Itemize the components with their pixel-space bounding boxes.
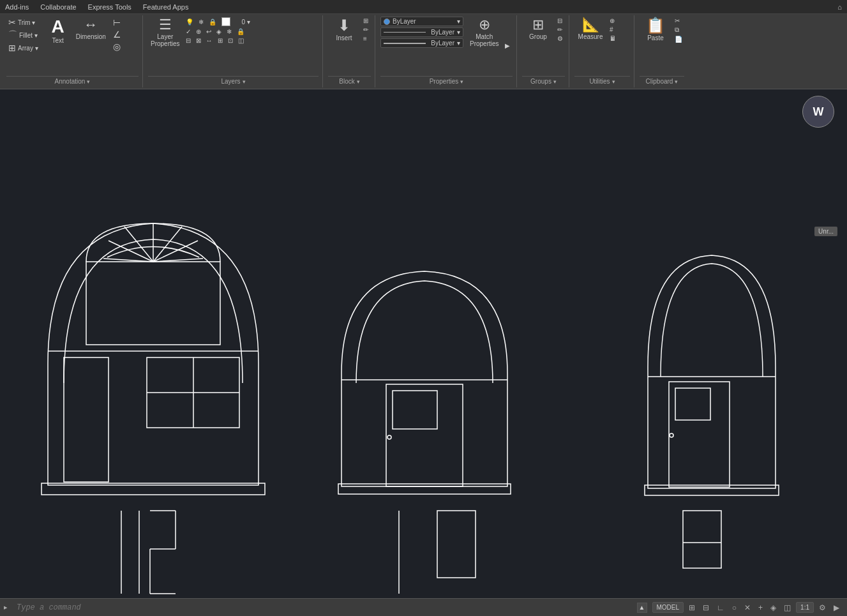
ungroup-tool[interactable]: ⊟ <box>555 17 565 25</box>
otrack-icon[interactable]: + <box>756 602 765 613</box>
menu-home-icon[interactable]: ⌂ <box>837 3 842 11</box>
layer-properties-tool[interactable]: ☰ LayerProperties <box>148 17 183 49</box>
group-edit-tool[interactable]: ✏ <box>555 26 565 34</box>
color-dropdown[interactable]: ByLayer ▾ <box>380 17 463 26</box>
properties-panel-toggle[interactable]: ▶ <box>503 41 512 50</box>
text-label: Text <box>52 37 64 44</box>
ortho-icon[interactable]: ∟ <box>714 602 727 613</box>
model-tab-button[interactable]: MODEL <box>652 602 684 613</box>
block-group-label[interactable]: Block ▾ <box>328 76 371 86</box>
create-block-tool[interactable]: ⊞ <box>361 17 370 25</box>
trim-label: Trim ▾ <box>18 19 35 26</box>
linetype-dropdown[interactable]: ByLayer ▾ <box>380 27 463 37</box>
cut-tool[interactable]: ✂ <box>673 17 684 25</box>
match-properties-tool[interactable]: ⊕ MatchProperties <box>467 17 502 49</box>
osnap-icon[interactable]: ✕ <box>742 602 753 613</box>
forward-icon[interactable]: ▶ <box>831 602 842 613</box>
dimension-tool[interactable]: ↔ Dimension <box>73 17 109 41</box>
annotation-small-col: ⊢ ∠ ◎ <box>111 17 123 52</box>
lineweight-toggle[interactable]: ◈ <box>768 602 779 613</box>
group-label: Group <box>529 33 547 40</box>
utilities-group-label[interactable]: Utilities ▾ <box>574 76 630 86</box>
menu-add-ins[interactable]: Add-ins <box>5 3 29 11</box>
edit-block-tool[interactable]: ✏ <box>361 26 370 34</box>
clipboard-small-col: ✂ ⧉ 📄 <box>673 17 684 43</box>
layer-off-tool[interactable]: 💡 <box>184 17 195 27</box>
paste-tool[interactable]: 📋 Paste <box>640 17 671 43</box>
lineweight-value: ByLayer <box>431 40 454 47</box>
layer-0-dropdown[interactable]: 0 ▾ <box>240 17 266 27</box>
command-area[interactable] <box>11 603 637 612</box>
zoom-level[interactable]: 1:1 <box>796 602 814 613</box>
angular-dim-tool[interactable]: ∠ <box>111 29 123 40</box>
ribbon-group-utilities: 📐 Measure ⊕ # 🖩 Utilities ▾ <box>571 15 634 87</box>
compass-letter: W <box>813 105 824 119</box>
match-layer-tool[interactable]: ⊕ <box>194 27 203 36</box>
ribbon-group-clipboard: 📋 Paste ✂ ⧉ 📄 Clipboard ▾ <box>636 15 688 87</box>
ribbon-content: ✂ Trim ▾ ⌒ Fillet ▾ ⊞ Array ▾ A Text <box>0 14 847 89</box>
quick-calc-tool[interactable]: # <box>608 26 618 34</box>
isolate-tool[interactable]: ◈ <box>214 27 223 36</box>
layer-properties-label: LayerProperties <box>151 33 180 47</box>
text-icon: A <box>52 18 64 36</box>
annotation-group-label[interactable]: Annotation ▾ <box>6 76 139 86</box>
group-tool[interactable]: ⊞ Group <box>522 17 554 41</box>
linear-dim-tool[interactable]: ⊢ <box>111 17 123 28</box>
block-attr-tool[interactable]: ≡ <box>361 34 370 43</box>
menu-featured-apps[interactable]: Featured Apps <box>143 3 189 11</box>
lineweight-dropdown[interactable]: ByLayer ▾ <box>380 38 463 48</box>
layer-tool7[interactable]: ⊡ <box>226 36 235 45</box>
text-tool[interactable]: A Text <box>44 17 72 45</box>
settings-icon[interactable]: ⚙ <box>816 602 828 613</box>
utilities-small-col: ⊕ # 🖩 <box>608 17 618 43</box>
paste-special-tool[interactable]: 📄 <box>673 35 684 43</box>
group-settings-tool[interactable]: ⚙ <box>555 34 565 43</box>
insert-tool[interactable]: ⬇ Insert <box>328 17 360 43</box>
clipboard-group-label[interactable]: Clipboard ▾ <box>640 76 684 86</box>
layers-label-text: Layers <box>221 78 240 85</box>
measure-tool[interactable]: 📐 Measure <box>574 17 606 41</box>
layer-tool8[interactable]: ◫ <box>236 36 246 45</box>
layers-group-label[interactable]: Layers ▾ <box>148 76 319 86</box>
grid-icon[interactable]: ⊞ <box>686 602 698 613</box>
unrecognized-tag: Unr... <box>814 227 837 236</box>
transparency-toggle[interactable]: ◫ <box>781 602 793 613</box>
layer-previous-tool[interactable]: ↩ <box>204 27 213 36</box>
calculator-tool[interactable]: 🖩 <box>608 34 618 43</box>
properties-group-label[interactable]: Properties ▾ <box>380 76 513 86</box>
block-small-col: ⊞ ✏ ≡ <box>361 17 370 43</box>
id-point-tool[interactable]: ⊕ <box>608 17 618 25</box>
scroll-up[interactable]: ▲ <box>637 603 647 613</box>
polar-icon[interactable]: ○ <box>730 602 739 613</box>
snap-grid-icon[interactable]: ⊟ <box>700 602 712 613</box>
freeze-tool[interactable]: ❄ <box>225 27 234 36</box>
copy-tool[interactable]: ⧉ <box>673 26 684 34</box>
layer-lock-tool[interactable]: 🔒 <box>207 17 218 27</box>
radius-dim-tool[interactable]: ◎ <box>111 41 123 52</box>
fillet-icon: ⌒ <box>8 29 17 41</box>
layer-tool3[interactable]: ⊟ <box>184 36 193 45</box>
fillet-tool[interactable]: ⌒ Fillet ▾ <box>6 29 40 41</box>
groups-tools: ⊞ Group ⊟ ✏ ⚙ <box>522 17 565 75</box>
ribbon-group-properties: ByLayer ▾ ByLayer ▾ ByLayer ▾ ⊕ <box>377 15 517 87</box>
array-tool[interactable]: ⊞ Array ▾ <box>6 42 40 54</box>
layer-color-swatch <box>221 17 230 26</box>
trim-tool[interactable]: ✂ Trim ▾ <box>6 17 40 28</box>
layer-tool5[interactable]: ↔ <box>204 36 214 45</box>
command-input[interactable] <box>17 603 632 612</box>
lock2-tool[interactable]: 🔒 <box>235 27 246 36</box>
drawing-area[interactable]: W Unr... <box>0 89 847 598</box>
menu-express-tools[interactable]: Express Tools <box>88 3 131 11</box>
properties-tools: ByLayer ▾ ByLayer ▾ ByLayer ▾ ⊕ <box>380 17 513 75</box>
annotation-chevron: ▾ <box>87 79 90 85</box>
block-tools: ⬇ Insert ⊞ ✏ ≡ <box>328 17 371 75</box>
layer-tool4[interactable]: ⊠ <box>194 36 203 45</box>
expand-icon[interactable]: ▸ <box>0 603 11 612</box>
groups-group-label[interactable]: Groups ▾ <box>522 76 565 86</box>
layer-freeze-tool[interactable]: ❄ <box>197 17 206 27</box>
layer-color-tool[interactable] <box>220 17 239 27</box>
menu-collaborate[interactable]: Collaborate <box>40 3 76 11</box>
make-current-tool[interactable]: ✓ <box>184 27 193 36</box>
layer-tool6[interactable]: ⊞ <box>216 36 225 45</box>
ribbon-group-block: ⬇ Insert ⊞ ✏ ≡ Block ▾ <box>324 15 375 87</box>
